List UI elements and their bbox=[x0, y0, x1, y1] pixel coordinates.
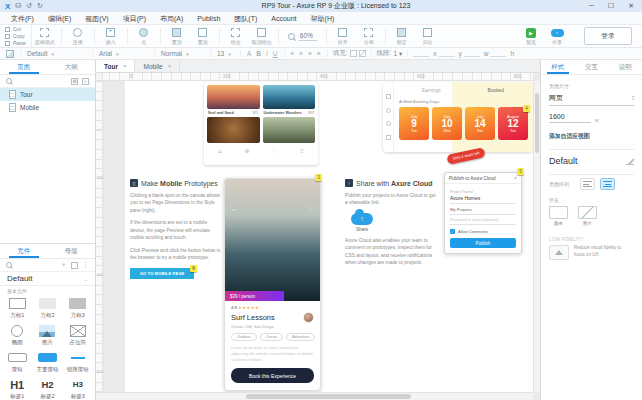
horizontal-scrollbar[interactable] bbox=[96, 392, 533, 400]
allow-comments-checkbox[interactable]: ✓ bbox=[450, 229, 455, 234]
widget-button[interactable]: 按钮 bbox=[2, 350, 32, 373]
menu-file[interactable]: 文件(F) bbox=[4, 12, 41, 25]
distribute-button[interactable]: 分布 bbox=[356, 27, 382, 45]
home-icon[interactable]: ⌂ bbox=[218, 148, 222, 154]
tab-widgets[interactable]: 元件 bbox=[0, 244, 48, 258]
fill-color-swatch[interactable] bbox=[350, 50, 357, 57]
surf-phone-mockup[interactable]: ← ♡ $39 / person 4.9 ★★★★★ Surf Lessons … bbox=[224, 178, 321, 391]
canvas-tab-mobile[interactable]: Mobile× bbox=[135, 60, 180, 72]
page-size-select[interactable]: 网页 ▴▾ bbox=[549, 91, 634, 106]
zoom-control[interactable]: 60% bbox=[282, 32, 323, 41]
font-size-select[interactable]: 13▾ bbox=[210, 50, 240, 57]
align-justify-button[interactable]: ≡ bbox=[317, 50, 321, 57]
menu-help[interactable]: 帮助(H) bbox=[304, 12, 342, 25]
y-input[interactable] bbox=[439, 50, 455, 57]
date-card[interactable]: 4 August 12 Tue bbox=[498, 107, 528, 140]
align-button[interactable]: 对齐 bbox=[330, 27, 356, 45]
redo-icon[interactable]: ↻ bbox=[37, 2, 43, 10]
align-center-button[interactable]: ≡ bbox=[299, 50, 303, 57]
tab-notes[interactable]: 说明 bbox=[608, 60, 642, 74]
save-icon[interactable]: ⛁ bbox=[15, 2, 21, 10]
fill-image-swatch[interactable] bbox=[359, 50, 366, 57]
add-adaptive-views-link[interactable]: 添加自适应视图 bbox=[549, 132, 634, 141]
publish-dialog-mockup[interactable]: Publish to Axure Cloud × Project Name Ax… bbox=[444, 172, 522, 254]
password-input[interactable]: Password to share (optional) bbox=[450, 215, 516, 225]
tag-pill[interactable]: Outdoor bbox=[231, 333, 257, 341]
note-badge[interactable]: 3 bbox=[315, 174, 322, 181]
bold-button[interactable]: B bbox=[256, 50, 261, 57]
page-item-mobile[interactable]: Mobile bbox=[0, 101, 95, 114]
text-color-button[interactable]: A bbox=[247, 50, 251, 57]
line-width-value[interactable]: 1 bbox=[393, 50, 397, 57]
share-button[interactable]: ↑ 共享 bbox=[544, 27, 570, 45]
fill-image-option[interactable]: 图片 bbox=[578, 206, 597, 226]
folder-select[interactable]: My Projects bbox=[450, 204, 516, 215]
add-page-icon[interactable]: ＋ bbox=[82, 78, 89, 85]
widget-style-select[interactable]: Default▾ bbox=[20, 50, 92, 57]
widget-box3[interactable]: 方框3 bbox=[63, 296, 93, 319]
menu-team[interactable]: 团队(T) bbox=[227, 12, 264, 25]
favorites-icon[interactable]: ♡ bbox=[272, 147, 277, 154]
stepper-icon[interactable]: ▴▾ bbox=[632, 95, 634, 102]
scrollbar-thumb[interactable] bbox=[535, 93, 539, 153]
underline-button[interactable]: U bbox=[273, 50, 278, 57]
note-badge[interactable]: 4 bbox=[523, 105, 530, 112]
connector-button[interactable]: 连接 bbox=[65, 27, 91, 45]
tab-outline[interactable]: 大纲 bbox=[48, 60, 96, 74]
pages-search-icon[interactable] bbox=[6, 78, 12, 84]
tab-masters[interactable]: 母版 bbox=[48, 244, 96, 258]
menu-icon[interactable]: ≡ bbox=[300, 148, 304, 154]
menu-view[interactable]: 视图(V) bbox=[78, 12, 115, 25]
heart-icon[interactable]: ♡ bbox=[309, 205, 314, 212]
canvas-tab-tour[interactable]: Tour× bbox=[96, 60, 135, 72]
group-button[interactable]: 组合 bbox=[223, 27, 249, 45]
minimize-button[interactable]: ─ bbox=[589, 2, 594, 10]
tab-style[interactable]: 样式 bbox=[541, 60, 575, 74]
project-name-input[interactable]: Axure Homes bbox=[450, 194, 516, 204]
point-button[interactable]: 点 bbox=[131, 27, 157, 45]
menu-publish[interactable]: Publish bbox=[190, 12, 227, 25]
date-card[interactable]: July 10 Wed bbox=[432, 107, 462, 140]
italic-button[interactable]: I bbox=[266, 50, 268, 57]
widgets-search-icon[interactable] bbox=[6, 262, 12, 268]
back-arrow-icon[interactable]: ← bbox=[231, 205, 238, 212]
maximize-button[interactable]: ☐ bbox=[608, 2, 614, 10]
align-page-left-button[interactable] bbox=[580, 178, 595, 190]
date-card[interactable]: July 14 Sun bbox=[465, 107, 495, 140]
menu-project[interactable]: 项目(P) bbox=[116, 12, 153, 25]
align-left-button[interactable]: ≡ bbox=[291, 50, 295, 57]
font-weight-select[interactable]: Normal▾ bbox=[154, 50, 210, 57]
canvas-area[interactable]: Tour× Mobile× 0 200 400 600 800 200 400 … bbox=[96, 60, 540, 400]
date-card[interactable]: July 9 Tue bbox=[399, 107, 429, 140]
copy-button[interactable]: Copy bbox=[5, 33, 26, 39]
add-library-icon[interactable]: ＋ bbox=[60, 262, 67, 269]
tag-pill[interactable]: Adventure bbox=[286, 333, 315, 341]
close-button[interactable]: ✕ bbox=[628, 2, 634, 10]
close-tab-icon[interactable]: × bbox=[168, 63, 172, 69]
page-style-select[interactable]: Default bbox=[549, 156, 626, 166]
selection-mode-button[interactable]: 选择模式 bbox=[32, 27, 58, 45]
tag-pill[interactable]: Ocean bbox=[260, 333, 283, 341]
publish-button[interactable]: Publish bbox=[450, 238, 516, 248]
note-badge[interactable]: 5 bbox=[517, 168, 524, 175]
close-tab-icon[interactable]: × bbox=[123, 63, 127, 69]
align-page-center-button[interactable] bbox=[600, 178, 615, 190]
page-item-tour[interactable]: Tour bbox=[0, 88, 95, 101]
widget-h3[interactable]: H3标题3 bbox=[63, 377, 93, 400]
insert-button[interactable]: + 插入 bbox=[98, 27, 124, 45]
menu-arrange[interactable]: 布局(A) bbox=[153, 12, 190, 25]
low-fidelity-toggle[interactable] bbox=[549, 245, 569, 260]
page-width-input[interactable]: 1600 bbox=[549, 113, 591, 123]
explore-icon[interactable]: ⊕ bbox=[245, 147, 250, 154]
more-options-icon[interactable]: ⋮ bbox=[82, 262, 89, 269]
x-input[interactable] bbox=[413, 50, 429, 57]
align-right-button[interactable]: ≡ bbox=[308, 50, 312, 57]
menu-account[interactable]: Account bbox=[264, 12, 303, 25]
tab-interaction[interactable]: 交互 bbox=[575, 60, 609, 74]
widgets-section-header[interactable]: 基本元件 bbox=[0, 286, 95, 296]
scrollbar-thumb[interactable] bbox=[246, 394, 411, 399]
height-input[interactable] bbox=[490, 50, 506, 57]
fill-color-option[interactable]: 颜色 bbox=[549, 206, 568, 226]
gallery-app-mockup[interactable]: Surf and Sand$75 Underwater Wonders$93 ⌂… bbox=[204, 82, 318, 165]
widget-box1[interactable]: 方框1 bbox=[2, 296, 32, 319]
